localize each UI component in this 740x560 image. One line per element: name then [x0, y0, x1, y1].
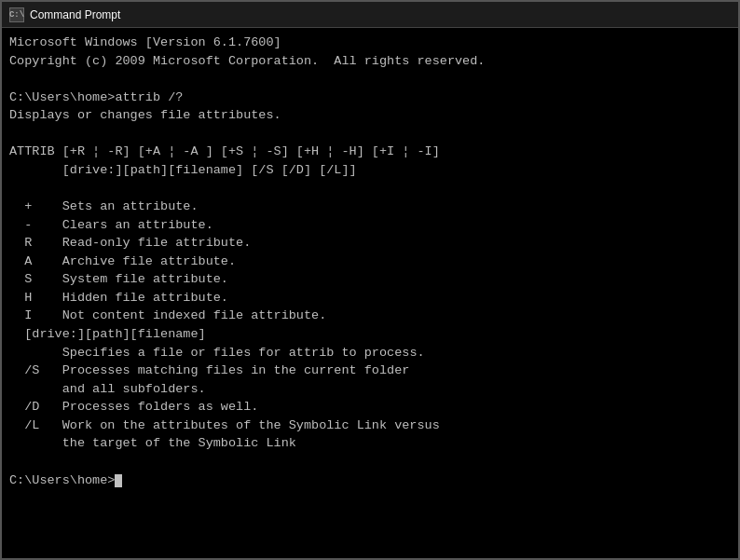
window-icon: C:\ [9, 7, 24, 22]
cmd-window: C:\ Command Prompt Microsoft Windows [Ve… [0, 0, 740, 560]
title-bar: C:\ Command Prompt [2, 2, 738, 28]
window-title: Command Prompt [30, 8, 731, 21]
cursor [115, 474, 122, 487]
terminal-output: Microsoft Windows [Version 6.1.7600] Cop… [9, 34, 731, 489]
terminal-body[interactable]: Microsoft Windows [Version 6.1.7600] Cop… [2, 28, 738, 558]
